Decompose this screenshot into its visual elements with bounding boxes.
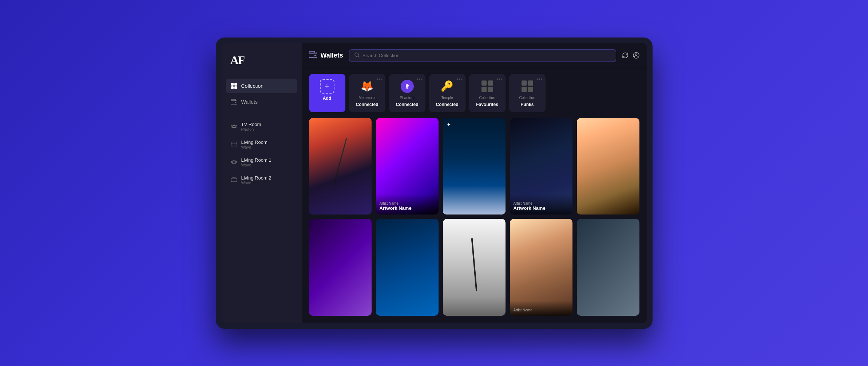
living-room-1-name: Living Room 1 [241,157,272,163]
logo-text: AF [230,54,245,67]
sidebar-item-wallets-label: Wallets [241,99,258,105]
svg-point-15 [314,55,316,56]
svg-point-6 [235,102,236,103]
svg-rect-1 [234,83,237,86]
punks-dots[interactable]: ••• [537,77,543,82]
room-item-living-room-2[interactable]: Living Room 2 Wave [226,172,297,189]
punks-grid-icon [520,79,535,94]
phantom-label-top: Phantom [400,96,414,100]
sidebar: AF Collection [222,43,302,323]
wallet-card-add[interactable]: + Add [309,74,345,112]
header-title-area: Wallets [309,51,343,60]
punks-label-top: Collection [519,96,535,100]
header-actions [622,52,639,59]
living-room-name: Living Room [241,139,267,145]
room-item-living-room-1[interactable]: Living Room 1 Wave [226,154,297,171]
svg-rect-2 [231,86,234,89]
sidebar-item-collection[interactable]: Collection [226,79,297,93]
add-plus-icon: + [320,79,334,94]
artwork-artist-2: Artist Name [380,201,435,205]
svg-rect-0 [231,83,234,86]
favourites-grid-icon [480,79,495,94]
metamask-label-top: Metamask [358,96,375,100]
living-room-2-sub: Wave [241,181,272,185]
living-room-2-name: Living Room 2 [241,175,272,181]
artwork-artist-9: Artist Name [514,308,569,312]
svg-line-17 [358,56,359,57]
punks-label: Punks [520,102,534,107]
artwork-card-10[interactable] [577,219,639,316]
living-room-info: Living Room Wave [241,139,267,149]
tv-room-name: TV Room [241,122,261,127]
artwork-card-7[interactable] [376,219,439,316]
search-icon [354,52,360,59]
svg-point-11 [232,161,236,163]
room-item-tv-room[interactable]: TV Room Photon [226,118,297,135]
artwork-card-4[interactable]: Artist Name Artwork Name [510,118,572,215]
artwork-card-6[interactable] [309,219,372,316]
sidebar-rooms: TV Room Photon Living Room [226,118,297,189]
living-room-icon [230,141,238,148]
collection-icon [230,82,238,90]
app-container: AF Collection [222,43,647,323]
artwork-name-2: Artwork Name [380,205,435,211]
wallet-card-punks[interactable]: ••• Collection Punks [509,74,546,112]
living-room-sub: Wave [241,145,267,149]
temple-icon: 🔑 [440,79,455,94]
artwork-card-5[interactable] [577,118,639,215]
favourites-label: Favourites [476,102,498,107]
artwork-card-8[interactable] [443,219,506,316]
search-input[interactable] [362,53,611,58]
tv-room-sub: Photon [241,127,261,131]
artwork-overlay-4: Artist Name Artwork Name [510,194,572,215]
living-room-2-icon [230,176,238,184]
artwork-grid: Artist Name Artwork Name ✦ [302,118,647,323]
temple-dots[interactable]: ••• [457,77,463,82]
favourites-dots[interactable]: ••• [497,77,503,82]
artwork-overlay-9: Artist Name [510,301,572,316]
artwork-card-9[interactable]: Artist Name [510,219,572,316]
phantom-label: Connected [396,102,418,107]
living-room-2-info: Living Room 2 Wave [241,175,272,185]
svg-rect-12 [231,179,237,182]
sparkle-icon: ✦ [447,122,451,127]
svg-point-21 [406,84,409,87]
wallet-card-temple[interactable]: ••• 🔑 Temple Connected [429,74,465,112]
sidebar-nav: Collection Wallets [226,79,297,109]
artwork-name-4: Artwork Name [514,205,569,211]
living-room-1-icon [230,158,238,166]
phantom-dots[interactable]: ••• [417,77,423,82]
search-bar[interactable] [349,49,616,62]
temple-label: Connected [436,102,458,107]
laptop-screen: AF Collection [222,43,647,323]
wallet-card-favourites[interactable]: ••• Collection Favourites [469,74,506,112]
header: Wallets [302,43,647,68]
room-item-living-room[interactable]: Living Room Wave [226,136,297,153]
artwork-card-1[interactable] [309,118,372,215]
wallet-card-metamask[interactable]: ••• 🦊 Metamask Connected [349,74,385,112]
sidebar-item-collection-label: Collection [241,83,263,89]
tv-room-icon [230,123,238,130]
main-content: Wallets [302,43,647,323]
tv-room-info: TV Room Photon [241,122,261,131]
living-room-1-info: Living Room 1 Wave [241,157,272,167]
metamask-dots[interactable]: ••• [377,77,383,82]
svg-point-22 [406,87,408,89]
artwork-card-2[interactable]: Artist Name Artwork Name [376,118,439,215]
wallet-card-phantom[interactable]: ••• Phantom Connected [389,74,425,112]
svg-rect-9 [231,143,237,146]
metamask-icon: 🦊 [360,79,374,94]
sidebar-item-wallets[interactable]: Wallets [226,95,297,109]
svg-rect-3 [234,86,237,89]
wallet-add-label: Add [323,96,331,101]
wallets-icon [230,98,238,106]
wallets-section: + Add ••• 🦊 Metamask Connected ••• [302,68,647,118]
favourites-label-top: Collection [479,96,495,100]
laptop-frame: AF Collection [216,38,653,329]
phantom-icon-inner [401,80,414,93]
artwork-card-3[interactable]: ✦ [443,118,506,215]
account-button[interactable] [633,52,639,59]
metamask-label: Connected [356,102,378,107]
refresh-button[interactable] [622,52,629,59]
wallets-header-icon [309,51,317,60]
